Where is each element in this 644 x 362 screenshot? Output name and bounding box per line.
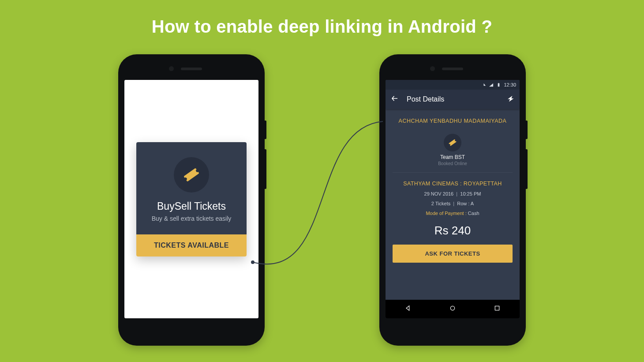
promo-card: BuySell Tickets Buy & sell extra tickets… — [136, 142, 247, 256]
nav-back-icon[interactable] — [404, 305, 412, 313]
phone-right-screen: 12:30 Post Details ACHCHAM YENBADHU MADA… — [386, 80, 520, 318]
phone-left-screen: BuySell Tickets Buy & sell extra tickets… — [124, 80, 258, 318]
phone-volume-button — [526, 149, 528, 189]
mop-label: Mode of Payment : — [426, 211, 466, 216]
svg-point-8 — [450, 306, 454, 310]
phone-power-button — [265, 121, 266, 139]
phone-volume-button — [265, 149, 266, 189]
svg-rect-4 — [498, 83, 499, 83]
phone-power-button — [526, 121, 528, 139]
nav-home-icon[interactable] — [449, 305, 456, 313]
show-time: 10:25 PM — [460, 191, 481, 196]
booked-label: Booked Online — [393, 161, 513, 166]
ticket-count: 2 Tickets — [431, 201, 450, 206]
datetime-row: 29 NOV 2016 | 10:25 PM — [393, 191, 513, 196]
battery-icon — [496, 83, 501, 87]
nav-recent-icon[interactable] — [494, 305, 501, 313]
phone-left: BuySell Tickets Buy & sell extra tickets… — [118, 54, 265, 346]
mop-value: Cash — [468, 211, 479, 216]
divider — [393, 172, 513, 173]
app-bar: Post Details — [386, 90, 520, 109]
promo-card-title: BuySell Tickets — [142, 200, 241, 212]
seat-row-label: Row : A — [457, 201, 474, 206]
signal-icon — [489, 83, 494, 87]
seat-row: 2 Tickets | Row : A — [393, 201, 513, 206]
back-button[interactable] — [391, 94, 399, 104]
android-nav-bar — [386, 300, 520, 318]
appbar-title: Post Details — [407, 95, 506, 103]
svg-rect-9 — [495, 306, 499, 310]
mop-row: Mode of Payment : Cash — [393, 211, 513, 216]
wifi-icon — [481, 83, 486, 87]
ticket-icon — [174, 157, 209, 192]
movie-title: ACHCHAM YENBADHU MADAMAIYADA — [393, 118, 513, 124]
team-name: Team BST — [393, 154, 513, 160]
promo-card-body: BuySell Tickets Buy & sell extra tickets… — [136, 142, 247, 234]
venue-label: SATHYAM CINEMAS : ROYAPETTAH — [393, 181, 513, 187]
share-button[interactable] — [506, 94, 514, 104]
ticket-icon — [444, 134, 461, 151]
price-label: Rs 240 — [393, 224, 513, 238]
status-bar: 12:30 — [386, 80, 520, 90]
svg-rect-3 — [498, 83, 500, 86]
promo-card-subtitle: Buy & sell extra tickets easily — [142, 215, 241, 222]
show-date: 29 NOV 2016 — [424, 191, 454, 196]
post-content: ACHCHAM YENBADHU MADAMAIYADA Team BST Bo… — [386, 109, 520, 300]
tickets-available-button[interactable]: TICKETS AVAILABLE — [136, 234, 247, 256]
status-time: 12:30 — [504, 82, 516, 87]
page-title: How to enable deep linking in Android ? — [0, 0, 644, 37]
phone-right: 12:30 Post Details ACHCHAM YENBADHU MADA… — [379, 54, 526, 346]
ask-for-tickets-button[interactable]: ASK FOR TICKETS — [393, 245, 513, 263]
